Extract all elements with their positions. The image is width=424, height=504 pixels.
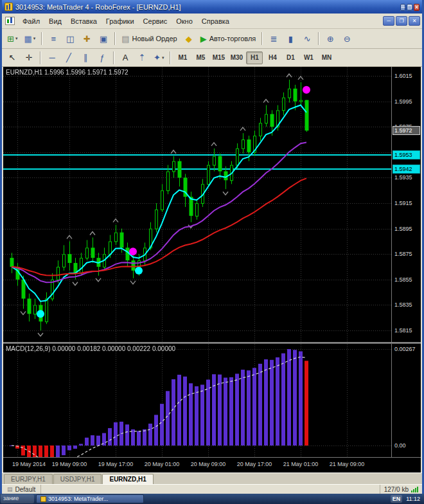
minimize-button[interactable]: ─ — [400, 4, 405, 11]
price-axis-label: 1.5855 — [394, 276, 412, 283]
menu-item-service[interactable]: Сервис — [139, 15, 172, 27]
navigator-icon: ✚ — [84, 35, 91, 43]
menu-item-file[interactable]: Файл — [18, 15, 44, 27]
timeframe-m1[interactable]: M1 — [174, 51, 191, 64]
system-tray: EN 11:12 — [391, 495, 424, 503]
crosshair-button[interactable]: ✛ — [21, 50, 37, 66]
price-axis-label: 1.5875 — [394, 251, 412, 257]
shapes-icon: ✦ — [154, 53, 161, 62]
text-icon: A — [123, 53, 128, 62]
timeframe-d1[interactable]: D1 — [282, 51, 299, 64]
tab-eurnzd-h1[interactable]: EURNZD,H1 — [102, 474, 153, 484]
close-button[interactable]: ✕ — [414, 4, 420, 11]
taskbar-app-label: 3014953: MetaTrader... — [48, 496, 108, 502]
connection-bars-icon — [411, 486, 418, 492]
timeframe-h1[interactable]: H1 — [246, 51, 263, 64]
toolbar-separator — [41, 32, 42, 45]
time-axis-label: 20 May 17:00 — [237, 461, 272, 467]
arrows-button[interactable]: ⇡ — [134, 50, 150, 66]
time-axis-label: 21 May 01:00 — [283, 461, 319, 467]
timeframe-m5[interactable]: M5 — [192, 51, 209, 64]
chevron-down-icon: ▾ — [162, 55, 164, 60]
chart-bars-button[interactable]: ≣ — [266, 31, 281, 46]
autotrade-button[interactable]: ▶Авто-торговля — [198, 31, 259, 46]
metatrader-taskbar-icon — [40, 496, 46, 502]
status-profile-label: Default — [15, 486, 36, 493]
timeframe-m15[interactable]: M15 — [210, 51, 227, 64]
toolbar-separator — [170, 51, 171, 64]
timeframe-m30[interactable]: M30 — [228, 51, 245, 64]
chevron-down-icon: ▾ — [33, 36, 36, 41]
new-order-button[interactable]: ▤Новый Ордер — [119, 31, 179, 46]
new-chart-button[interactable]: ⊞▾ — [4, 31, 20, 46]
mdi-minimize-button[interactable]: ─ — [383, 16, 394, 26]
zoom-out-button[interactable]: ⊖ — [339, 31, 355, 46]
price-axis-label: 1.5835 — [394, 302, 412, 308]
autotrade-icon: ▶ — [200, 35, 207, 43]
current-price-tag: 1.5972 — [393, 126, 420, 135]
chart-line-button[interactable]: ∿ — [299, 31, 315, 46]
taskbar-metatrader-button[interactable]: 3014953: MetaTrader... — [36, 494, 144, 503]
navigator-button[interactable]: ✚ — [79, 31, 94, 46]
chart-candles-button[interactable]: ▮ — [283, 31, 298, 46]
window-title: 3014953: MetaTrader 4 - RoboForex - [EUR… — [15, 3, 399, 11]
price-axis-label: 1.5815 — [394, 327, 412, 334]
main-chart-canvas[interactable] — [3, 67, 391, 342]
text-button[interactable]: A — [118, 50, 133, 66]
titlebar[interactable]: 3014953: MetaTrader 4 - RoboForex - [EUR… — [2, 0, 422, 14]
time-axis-label: 19 May 2014 — [12, 461, 46, 467]
macd-axis-label: 0.00 — [394, 442, 406, 449]
timeframe-w1[interactable]: W1 — [300, 51, 317, 64]
menu-item-charts[interactable]: Графики — [102, 15, 139, 27]
menu-item-window[interactable]: Окно — [172, 15, 197, 27]
toolbar-separator — [113, 51, 114, 64]
clock[interactable]: 11:12 — [406, 496, 420, 502]
menu-item-view[interactable]: Вид — [44, 15, 66, 27]
status-profile[interactable]: ▤ Default — [2, 485, 41, 494]
new-order-icon: ▤ — [121, 35, 129, 43]
fibonacci-button[interactable]: ƒ — [94, 50, 110, 66]
channel-button[interactable]: ∥ — [78, 50, 93, 66]
horizontal-line-button[interactable]: ─ — [44, 50, 60, 66]
market-watch-button[interactable]: ≡ — [46, 31, 61, 46]
menu-item-insert[interactable]: Вставка — [66, 15, 102, 27]
market-watch-icon: ≡ — [51, 35, 56, 43]
terminal-button[interactable]: ▣ — [96, 31, 111, 46]
trendline-button[interactable]: ╱ — [61, 50, 76, 66]
macd-axis-label: 0.00267 — [394, 346, 416, 352]
restore-button[interactable]: ❐ — [407, 4, 412, 11]
taskbar-partial-button[interactable]: зание — [1, 494, 34, 503]
panel-splitter[interactable] — [3, 342, 421, 344]
shapes-button[interactable]: ✦▾ — [151, 50, 166, 66]
arrows-icon: ⇡ — [139, 53, 146, 62]
timeframe-h4[interactable]: H4 — [264, 51, 281, 64]
menu-item-help[interactable]: Справка — [197, 15, 234, 27]
language-indicator[interactable]: EN — [391, 495, 403, 503]
time-axis: 19 May 201419 May 09:0019 May 17:0020 Ma… — [3, 457, 421, 473]
time-axis-label: 20 May 01:00 — [145, 461, 180, 467]
mdi-close-button[interactable]: ✕ — [409, 16, 420, 26]
channel-icon: ∥ — [84, 53, 88, 62]
taskbar: зание 3014953: MetaTrader... EN 11:12 — [0, 494, 424, 504]
metatrader-window: 3014953: MetaTrader 4 - RoboForex - [EUR… — [0, 0, 424, 494]
price-axis: 1.58151.58351.58551.58751.58951.59151.59… — [391, 67, 421, 473]
macd-indicator-canvas[interactable] — [3, 344, 391, 457]
chart-doc-icon — [5, 17, 15, 25]
crosshair-icon: ✛ — [26, 53, 33, 62]
tab-usdjpy-h1[interactable]: USDJPY,H1 — [53, 474, 102, 484]
trendline-icon: ╱ — [66, 53, 71, 62]
cursor-button[interactable]: ↖ — [4, 50, 20, 66]
toolbar-separator — [318, 32, 319, 45]
mdi-restore-button[interactable]: ❐ — [396, 16, 407, 26]
metaeditor-button[interactable]: ◆ — [181, 31, 197, 46]
data-window-button[interactable]: ◫ — [62, 31, 78, 46]
zoom-in-button[interactable]: ⊕ — [322, 31, 338, 46]
tab-eurjpy-h1[interactable]: EURJPY,H1 — [4, 474, 53, 484]
time-axis-label: 19 May 09:00 — [52, 461, 87, 467]
toolbar-separator — [40, 51, 41, 64]
status-traffic-label: 127/0 kb — [384, 486, 409, 493]
zoom-in-icon: ⊕ — [327, 35, 334, 43]
toolbar-separator — [114, 32, 116, 45]
profiles-button[interactable]: ▦▾ — [21, 31, 38, 46]
timeframe-mn[interactable]: MN — [318, 51, 335, 64]
